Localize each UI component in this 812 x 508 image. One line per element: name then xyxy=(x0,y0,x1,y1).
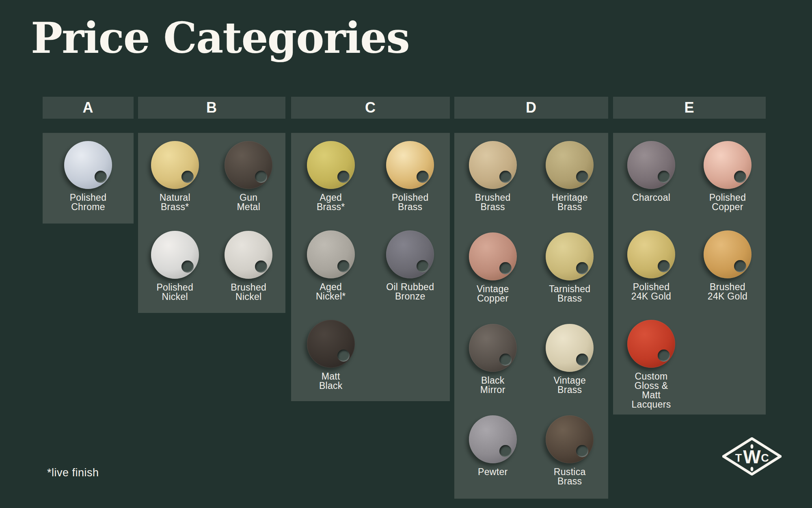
swatch-hole xyxy=(337,350,350,362)
category-column-a: APolishedChrome xyxy=(43,97,134,224)
finish-label-black-mirror: BlackMirror xyxy=(480,376,505,395)
finish-swatch-polished-nickel xyxy=(151,231,199,279)
swatch-hole xyxy=(337,260,350,272)
finish-label-vintage-brass: VintageBrass xyxy=(553,376,586,395)
swatch-hole xyxy=(576,354,588,366)
finish-cell-heritage-brass: HeritageBrass xyxy=(531,133,609,224)
logo-letter-t: T xyxy=(735,452,742,464)
finish-swatch-rustica-brass xyxy=(546,415,594,463)
swatch-hole xyxy=(181,261,194,273)
swatch-hole xyxy=(658,350,670,362)
finish-swatch-polished-brass xyxy=(386,141,434,189)
finish-cell-pewter: Pewter xyxy=(454,407,531,499)
finish-swatch-brushed-nickel xyxy=(225,231,272,279)
finish-cell-brushed-24k-gold: Brushed24K Gold xyxy=(689,222,766,312)
swatch-hole xyxy=(576,262,588,274)
finish-label-rustica-brass: RusticaBrass xyxy=(554,467,586,486)
finish-label-brushed-nickel: BrushedNickel xyxy=(231,283,266,302)
finish-cell-vintage-copper: VintageCopper xyxy=(454,224,531,316)
finish-swatch-black-mirror xyxy=(469,324,517,372)
page-title: Price Categories xyxy=(31,17,409,59)
finish-label-charcoal: Charcoal xyxy=(632,193,670,202)
category-column-c: CAgedBrass*PolishedBrassAgedNickel*Oil R… xyxy=(291,97,450,401)
finish-swatch-aged-nickel xyxy=(307,230,355,278)
finish-label-tarnished-brass: TarnishedBrass xyxy=(549,284,590,303)
finish-cell-charcoal: Charcoal xyxy=(613,133,689,222)
finish-swatch-oil-rubbed-bronze xyxy=(386,230,434,278)
swatch-hole xyxy=(95,171,107,183)
finish-cell-polished-brass: PolishedBrass xyxy=(371,133,450,222)
category-header-a: A xyxy=(43,97,134,119)
finish-cell-aged-brass: AgedBrass* xyxy=(291,133,371,222)
category-column-d: DBrushedBrassHeritageBrassVintageCopperT… xyxy=(454,97,608,499)
finish-label-heritage-brass: HeritageBrass xyxy=(552,193,588,212)
finish-swatch-custom-gloss-matt-lacquers xyxy=(627,320,675,368)
finish-swatch-polished-copper xyxy=(704,141,752,189)
swatch-hole xyxy=(499,171,512,183)
category-panel-c: AgedBrass*PolishedBrassAgedNickel*Oil Ru… xyxy=(291,133,450,401)
finish-cell-rustica-brass: RusticaBrass xyxy=(531,407,609,499)
finish-label-polished-nickel: PolishedNickel xyxy=(156,283,193,302)
finish-swatch-polished-chrome xyxy=(64,141,112,189)
finish-swatch-brushed-24k-gold xyxy=(704,230,752,278)
finish-swatch-heritage-brass xyxy=(546,141,594,189)
category-header-c: C xyxy=(291,97,450,119)
finish-cell-oil-rubbed-bronze: Oil RubbedBronze xyxy=(371,222,450,312)
finish-cell-aged-nickel: AgedNickel* xyxy=(291,222,371,312)
swatch-hole xyxy=(658,171,670,183)
finish-cell-polished-chrome: PolishedChrome xyxy=(43,133,134,222)
finish-swatch-gun-metal xyxy=(225,141,272,189)
swatch-hole xyxy=(417,171,429,183)
finish-cell-custom-gloss-matt-lacquers: CustomGloss &MattLacquers xyxy=(613,312,689,415)
finish-label-pewter: Pewter xyxy=(478,467,508,477)
category-panel-d: BrushedBrassHeritageBrassVintageCopperTa… xyxy=(454,133,608,499)
finish-swatch-pewter xyxy=(469,415,517,463)
finish-cell-gun-metal: GunMetal xyxy=(212,133,286,223)
finish-label-brushed-brass: BrushedBrass xyxy=(475,193,511,212)
finish-label-matt-black: MattBlack xyxy=(319,372,343,391)
category-column-e: ECharcoalPolishedCopperPolished24K GoldB… xyxy=(613,97,766,415)
finish-label-aged-brass: AgedBrass* xyxy=(317,193,345,212)
category-header-d: D xyxy=(454,97,608,119)
finish-swatch-charcoal xyxy=(627,141,675,189)
finish-label-oil-rubbed-bronze: Oil RubbedBronze xyxy=(386,282,434,301)
finish-cell-natural-brass: NaturalBrass* xyxy=(138,133,212,223)
finish-label-polished-24k-gold: Polished24K Gold xyxy=(631,282,671,301)
swatch-hole xyxy=(658,260,670,272)
twc-logo: T W C xyxy=(722,437,782,475)
swatch-hole xyxy=(255,261,267,273)
swatch-hole xyxy=(499,354,512,366)
swatch-hole xyxy=(734,260,746,272)
finish-cell-vintage-brass: VintageBrass xyxy=(531,316,609,407)
category-panel-a: PolishedChrome xyxy=(43,133,134,224)
swatch-hole xyxy=(499,445,512,457)
finish-swatch-tarnished-brass xyxy=(546,232,594,280)
finish-swatch-polished-24k-gold xyxy=(627,230,675,278)
finish-swatch-brushed-brass xyxy=(469,141,517,189)
finish-swatch-vintage-brass xyxy=(546,324,594,372)
finish-label-brushed-24k-gold: Brushed24K Gold xyxy=(708,282,747,301)
finish-cell-brushed-nickel: BrushedNickel xyxy=(212,223,286,313)
category-column-b: BNaturalBrass*GunMetalPolishedNickelBrus… xyxy=(138,97,285,313)
finish-label-vintage-copper: VintageCopper xyxy=(477,284,509,303)
logo-letter-c: C xyxy=(761,452,769,464)
swatch-hole xyxy=(181,171,194,183)
swatch-hole xyxy=(576,445,588,457)
finish-cell-polished-copper: PolishedCopper xyxy=(689,133,766,222)
live-finish-footnote: *live finish xyxy=(47,467,99,479)
finish-swatch-natural-brass xyxy=(151,141,199,189)
logo-letter-w: W xyxy=(743,446,761,467)
swatch-hole xyxy=(576,171,588,183)
finish-label-natural-brass: NaturalBrass* xyxy=(160,193,190,212)
logo-bottom-teardrop xyxy=(751,467,754,471)
finish-cell-tarnished-brass: TarnishedBrass xyxy=(531,224,609,316)
swatch-hole xyxy=(499,262,512,274)
swatch-hole xyxy=(734,171,746,183)
finish-cell-matt-black: MattBlack xyxy=(291,312,371,401)
finish-swatch-vintage-copper xyxy=(469,232,517,280)
finish-cell-polished-nickel: PolishedNickel xyxy=(138,223,212,313)
finish-label-custom-gloss-matt-lacquers: CustomGloss &MattLacquers xyxy=(631,372,671,409)
finish-label-gun-metal: GunMetal xyxy=(237,193,260,212)
category-header-e: E xyxy=(613,97,766,119)
category-header-b: B xyxy=(138,97,285,119)
